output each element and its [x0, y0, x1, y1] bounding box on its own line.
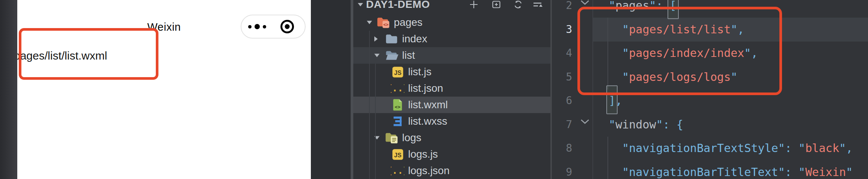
- code-token: ",: [839, 142, 853, 155]
- tree-item-logs.js[interactable]: JSlogs.js: [353, 146, 550, 163]
- panel-divider[interactable]: [351, 0, 353, 179]
- project-title: DAY1-DEMO: [366, 0, 430, 10]
- line-number: 6: [552, 89, 572, 113]
- code-token: black: [805, 142, 839, 155]
- code-token: ": [609, 118, 615, 131]
- folder-pages-icon: <>: [377, 16, 390, 29]
- ellipsis-menu-icon: [248, 25, 252, 28]
- code-token: Weixin: [805, 166, 846, 179]
- indent-guide: [369, 31, 370, 179]
- tree-item-label: list.wxml: [408, 99, 448, 111]
- line-number: 3: [552, 18, 572, 42]
- tree-item-index[interactable]: index: [353, 31, 550, 47]
- annotation-box-simulator: [19, 28, 158, 80]
- code-token: :: [663, 118, 677, 131]
- fold-chevron-icon[interactable]: [580, 119, 590, 125]
- tree-item-label: logs.json: [408, 165, 450, 177]
- code-token: [595, 166, 622, 179]
- window-edge: [0, 0, 17, 179]
- tree-item-list.wxss[interactable]: list.wxss: [353, 113, 550, 130]
- file-explorer: DAY1-DEMO <>pagesindexlistJSlist.js{..}l…: [353, 0, 550, 179]
- json-icon: {..}: [391, 82, 404, 95]
- wxss-icon: [391, 115, 404, 128]
- tree-item-label: list.js: [408, 66, 431, 78]
- chevron-right-icon[interactable]: [374, 36, 378, 42]
- capsule-menu-button[interactable]: [248, 15, 266, 38]
- folder-logs-icon: [385, 131, 398, 145]
- chevron-down-icon[interactable]: [374, 54, 380, 57]
- collapse-all-icon[interactable]: [533, 0, 542, 9]
- line-number: 8: [552, 136, 572, 160]
- svg-text:JS: JS: [394, 152, 401, 158]
- tree-item-logs.json[interactable]: {..}logs.json: [353, 163, 550, 179]
- code-token: "navigationBarTitleText": [622, 166, 785, 179]
- code-token: "navigationBarTextStyle": [622, 142, 785, 155]
- tree-item-label: logs: [402, 132, 421, 144]
- annotation-box-editor: [577, 7, 782, 95]
- line-number: 4: [552, 41, 572, 65]
- simulator-panel: Weixin pages/list/list.wxml: [17, 0, 311, 179]
- code-token: [595, 118, 609, 131]
- line-number: 9: [552, 160, 572, 179]
- new-file-icon[interactable]: [469, 0, 479, 9]
- svg-text:{..}: {..}: [391, 83, 404, 94]
- chevron-down-icon[interactable]: [367, 21, 372, 24]
- record-home-icon: [280, 20, 294, 33]
- code-token: ": [799, 142, 805, 155]
- code-token: window: [615, 118, 656, 131]
- svg-text:JS: JS: [394, 70, 401, 76]
- tree-item-pages[interactable]: <>pages: [353, 14, 550, 31]
- tree-item-list[interactable]: list: [353, 47, 550, 64]
- folder-open-icon: [385, 49, 398, 62]
- svg-text:{..}: {..}: [391, 165, 404, 176]
- tree-item-list.js[interactable]: JSlist.js: [353, 64, 550, 80]
- js-icon: JS: [391, 65, 404, 79]
- new-folder-icon[interactable]: [491, 0, 501, 9]
- capsule-button: [241, 15, 306, 39]
- tree-item-label: list.wxss: [408, 115, 447, 127]
- tree-item-label: list.json: [408, 82, 443, 94]
- fold-chevron-icon[interactable]: [580, 0, 590, 6]
- code-token: {: [677, 118, 683, 131]
- line-number: 7: [552, 113, 572, 137]
- code-token: ": [799, 166, 805, 179]
- code-line-8[interactable]: "navigationBarTextStyle": "black",: [595, 136, 853, 160]
- code-token: :: [785, 142, 799, 155]
- folder-closed-icon: [385, 32, 398, 46]
- svg-text:<>: <>: [395, 104, 401, 110]
- wxml-icon: <>: [391, 98, 404, 112]
- tree-item-logs[interactable]: logs: [353, 130, 550, 146]
- js-icon: JS: [391, 148, 404, 161]
- code-token: ": [846, 166, 853, 179]
- json-icon: {..}: [391, 164, 404, 178]
- tree-item-label: index: [402, 33, 427, 45]
- line-number: 2: [552, 0, 572, 18]
- code-editor[interactable]: 23456789 "pages": [ "pages/list/list", "…: [552, 0, 868, 179]
- svg-text:<>: <>: [383, 22, 389, 27]
- chevron-down-icon: [358, 3, 363, 6]
- capsule-home-button[interactable]: [280, 15, 294, 38]
- indent-guide: [375, 64, 376, 179]
- code-token: ": [656, 118, 663, 131]
- tree-item-list.wxml[interactable]: <>list.wxml: [353, 97, 550, 113]
- code-token: :: [785, 166, 799, 179]
- tree-item-label: logs.js: [408, 148, 438, 160]
- tree-item-label: list: [402, 49, 415, 61]
- line-number: 5: [552, 65, 572, 89]
- code-line-7[interactable]: "window": {: [595, 113, 683, 137]
- tree-item-label: pages: [394, 16, 422, 28]
- code-token: [595, 142, 622, 155]
- tree-item-list.json[interactable]: {..}list.json: [353, 80, 550, 97]
- refresh-icon[interactable]: [513, 0, 523, 9]
- code-line-9[interactable]: "navigationBarTitleText": "Weixin": [595, 160, 853, 179]
